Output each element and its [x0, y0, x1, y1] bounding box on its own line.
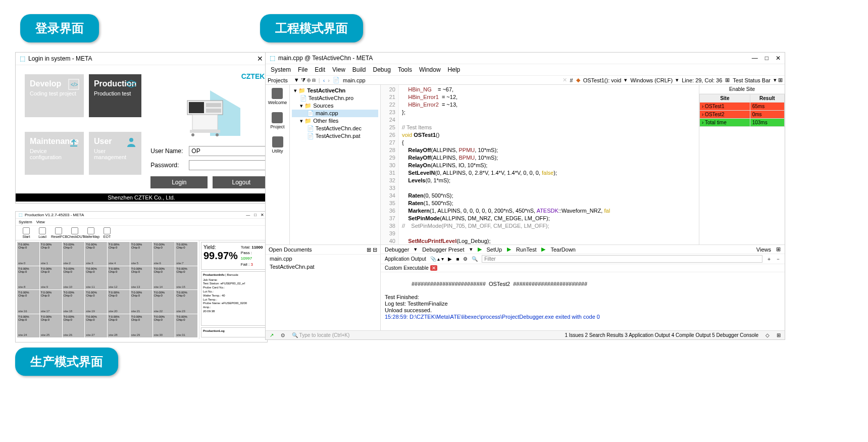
locate-input[interactable]: 🔍 Type to locate (Ctrl+K) — [292, 332, 349, 338]
views-label[interactable]: Views — [756, 247, 771, 253]
site-cell[interactable]: T:0.00%Chip:0site:20 — [108, 290, 130, 314]
site-cell[interactable]: T:0.00%Chip:0site:11 — [85, 266, 107, 290]
menu-help[interactable]: Help — [448, 66, 461, 73]
status-tab[interactable]: 3 Application Output — [625, 332, 671, 338]
site-cell[interactable]: T:0.00%Chip:0site:2 — [63, 242, 85, 266]
cursor-icon[interactable]: ↗ — [270, 332, 274, 338]
site-cell[interactable]: T:0.00%Chip:0site:16 — [17, 290, 39, 314]
status-tab[interactable]: 4 Compile Output — [672, 332, 712, 338]
site-cell[interactable]: T:0.00%Chip:0site:18 — [63, 290, 85, 314]
site-cell[interactable]: T:0.00%Chip:0site:1 — [40, 242, 62, 266]
site-cell[interactable]: T:0.00%Chip:0site:24 — [17, 314, 39, 338]
login-button[interactable]: Login — [150, 176, 208, 188]
site-cell[interactable]: T:0.00%Chip:0site:12 — [108, 266, 130, 290]
close-tab-icon[interactable]: ✕ — [430, 265, 437, 271]
site-cell[interactable]: T:0.00%Chip:0site:25 — [40, 314, 62, 338]
site-cell[interactable]: T:0.00%Chip:0site:0 — [17, 242, 39, 266]
custom-exe-tab[interactable]: Custom Executable — [385, 265, 429, 271]
site-cell[interactable]: T:0.00%Chip:0site:4 — [108, 242, 130, 266]
tree-other[interactable]: ▾ 📁 Other files — [292, 117, 378, 125]
run-icon[interactable]: ▶ — [448, 256, 452, 262]
sidebar-utility[interactable]: Utility — [272, 136, 283, 154]
nav-back-icon[interactable]: ‹ — [323, 77, 325, 83]
tree-root[interactable]: ▾ 📁 TestActiveChn — [292, 87, 378, 94]
site-cell[interactable]: T:0.00%Chip:0site:13 — [130, 266, 152, 290]
sidebar-welcome[interactable]: Welcome — [268, 88, 287, 105]
menu-view[interactable]: View — [36, 220, 45, 224]
tree-pro[interactable]: 📄 TestActiveChn.pro — [292, 94, 378, 102]
close-icon[interactable]: ✕ — [776, 55, 781, 62]
minimize-icon[interactable]: — — [246, 213, 250, 217]
menu-view[interactable]: View — [332, 66, 345, 73]
site-cell[interactable]: T:0.00%Chip:0site:5 — [130, 242, 152, 266]
stop-icon[interactable]: ■ — [456, 256, 459, 262]
logout-button[interactable]: Logout — [213, 176, 270, 188]
tile-production[interactable]: Production Production test — [89, 74, 141, 117]
menu-system[interactable]: System — [19, 220, 32, 224]
teardown-button[interactable]: TearDown — [550, 247, 576, 253]
menu-file[interactable]: File — [298, 66, 308, 73]
status-tab[interactable]: 5 Debugger Console — [712, 332, 758, 338]
toolbar-wafermap[interactable]: WaferMap — [83, 227, 98, 238]
password-input[interactable] — [189, 160, 270, 170]
site-cell[interactable]: T:0.00%Chip:0site:7 — [175, 242, 197, 266]
debugger-label[interactable]: Debugger — [385, 247, 409, 253]
nav-fwd-icon[interactable]: › — [328, 77, 330, 83]
code-area[interactable]: 2021222324252627282930313233343536373839… — [381, 85, 699, 244]
site-cell[interactable]: T:0.00%Chip:0site:19 — [85, 290, 107, 314]
toolbar-resetfcb[interactable]: ResetFCB — [51, 227, 66, 238]
site-cell[interactable]: T:0.00%Chip:0site:23 — [175, 290, 197, 314]
gear-icon[interactable]: ⚙ — [463, 256, 468, 262]
tile-maintenance[interactable]: Maintenance Device configuration — [25, 132, 84, 175]
zoom-out-icon[interactable]: － — [776, 256, 781, 263]
panel-toggle-icon[interactable]: ⊞ — [777, 332, 781, 338]
bookmark-icon[interactable]: # — [570, 77, 573, 83]
menu-edit[interactable]: Edit — [315, 66, 325, 73]
tile-develop[interactable]: </> Develop Coding test project — [25, 74, 84, 117]
runtest-button[interactable]: RunTest — [516, 247, 536, 253]
toolbar-eot[interactable]: EOT — [99, 227, 115, 238]
menu-system[interactable]: System — [271, 66, 291, 73]
app-output-tab[interactable]: Application Output — [385, 256, 426, 262]
site-cell[interactable]: T:0.00%Chip:0site:26 — [63, 314, 85, 338]
menu-window[interactable]: Window — [419, 66, 441, 73]
close-icon[interactable]: ✕ — [257, 55, 263, 63]
site-cell[interactable]: T:0.00%Chip:0site:8 — [17, 266, 39, 290]
site-cell[interactable]: T:0.00%Chip:0site:9 — [40, 266, 62, 290]
target-icon[interactable]: ⊙ — [281, 332, 285, 338]
split-icon[interactable]: ⊞ — [725, 77, 730, 83]
teardown-icon[interactable]: ▶ — [541, 246, 545, 253]
menu-build[interactable]: Build — [352, 66, 366, 73]
filter-input[interactable] — [482, 255, 762, 263]
current-file[interactable]: main.cpp — [343, 77, 366, 83]
close-icon[interactable]: ✕ — [261, 213, 264, 217]
toolbar-load[interactable]: Load — [35, 227, 50, 238]
username-input[interactable] — [189, 146, 270, 156]
site-cell[interactable]: T:0.00%Chip:0site:22 — [153, 290, 175, 314]
toolbar-checkdut[interactable]: CheckDUT — [67, 227, 82, 238]
debugger-preset[interactable]: Debugger Preset — [422, 247, 464, 253]
open-doc[interactable]: TestActiveChn.pat — [266, 263, 380, 271]
tree-pat[interactable]: 📄 TestActiveChn.pat — [292, 132, 378, 140]
status-tab[interactable]: 2 Search Results — [585, 332, 625, 338]
maximize-icon[interactable]: □ — [765, 55, 769, 62]
search-icon[interactable]: 🔍 — [472, 256, 478, 262]
expand-icon[interactable]: ◇ — [765, 332, 770, 338]
breadcrumb-function[interactable]: OSTest1(): void — [583, 77, 622, 83]
site-cell[interactable]: T:0.00%Chip:0site:29 — [130, 314, 152, 338]
site-cell[interactable]: T:0.00%Chip:0site:17 — [40, 290, 62, 314]
zoom-in-icon[interactable]: ＋ — [767, 256, 772, 263]
site-cell[interactable]: T:0.00%Chip:0site:27 — [85, 314, 107, 338]
site-cell[interactable]: T:0.00%Chip:0site:14 — [153, 266, 175, 290]
attach-icon[interactable]: 📎 ▴ ▾ — [430, 256, 444, 262]
open-doc[interactable]: main.cpp — [266, 255, 380, 263]
sidebar-project[interactable]: Project — [270, 112, 284, 129]
tree-dec[interactable]: 📄 TestActiveChn.dec — [292, 125, 378, 132]
status-tab[interactable]: 1 Issues — [565, 332, 585, 338]
minimize-icon[interactable]: — — [752, 55, 758, 62]
toolbar-start[interactable]: Start — [19, 227, 34, 238]
tile-user[interactable]: User User management — [89, 132, 141, 175]
setup-icon[interactable]: ▶ — [478, 246, 482, 253]
code-text[interactable]: HBin_NG = ~67, HBin_Error1 = ~12, HBin_E… — [399, 85, 699, 244]
menu-debug[interactable]: Debug — [373, 66, 391, 73]
